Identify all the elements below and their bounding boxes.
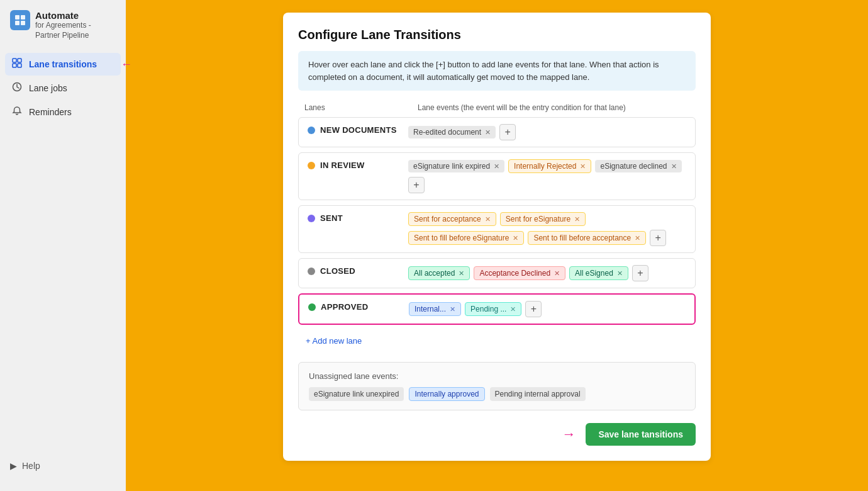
- footer-arrow-icon: →: [562, 426, 576, 443]
- tag-remove-all-accepted[interactable]: ✕: [459, 269, 464, 278]
- tag-remove-internally-rejected[interactable]: ✕: [580, 162, 586, 171]
- lanes-header: Lanes Lane events (the event will be the…: [298, 103, 696, 112]
- tag-remove-sent-fill-accept[interactable]: ✕: [635, 234, 640, 242]
- add-event-in-review-btn[interactable]: +: [408, 177, 425, 193]
- sidebar-item-lane-jobs-label: Lane jobs: [29, 83, 67, 93]
- tag-remove-acceptance-declined[interactable]: ✕: [554, 269, 560, 278]
- tag-esig-link-unexpired[interactable]: eSignature link unexpired: [309, 387, 404, 401]
- lanes-header-right: Lane events (the event will be the entry…: [418, 103, 689, 112]
- sidebar-item-reminders[interactable]: Reminders: [5, 101, 121, 123]
- svg-rect-5: [18, 59, 21, 62]
- footer-row: → Save lane tansitions: [298, 423, 696, 446]
- add-event-sent-btn[interactable]: +: [650, 230, 666, 246]
- tag-internally-approved[interactable]: Internally approved: [409, 387, 484, 401]
- lane-row-approved: APPROVED Internal... ✕ Pending ... ✕ +: [298, 293, 696, 325]
- sidebar-item-lane-transitions-label: Lane transitions: [29, 59, 97, 69]
- sidebar-item-lane-transitions[interactable]: Lane transitions ←: [5, 53, 121, 76]
- svg-rect-6: [13, 64, 16, 67]
- svg-rect-7: [18, 64, 21, 67]
- unassigned-section: Unassigned lane events: eSignature link …: [298, 362, 696, 410]
- svg-rect-1: [21, 15, 25, 20]
- app-name: Automate: [35, 10, 116, 21]
- lane-left-in-review: IN REVIEW: [308, 159, 408, 170]
- lane-row-in-review: IN REVIEW eSignature link expired ✕ Inte…: [298, 152, 696, 200]
- tag-acceptance-declined[interactable]: Acceptance Declined ✕: [474, 266, 565, 280]
- tag-all-accepted[interactable]: All accepted ✕: [408, 266, 470, 280]
- lane-events-closed: All accepted ✕ Acceptance Declined ✕ All…: [408, 265, 686, 281]
- tag-all-esigned[interactable]: All eSigned ✕: [569, 266, 628, 280]
- lane-events-approved: Internal... ✕ Pending ... ✕ +: [409, 301, 686, 317]
- tag-sent-fill-before-esig[interactable]: Sent to fill before eSignature ✕: [408, 231, 524, 245]
- lane-left-approved: APPROVED: [308, 301, 409, 312]
- add-event-approved-btn[interactable]: +: [525, 301, 542, 317]
- sidebar-nav: Lane transitions ← Lane jobs Reminders: [0, 53, 126, 123]
- lane-row-new-documents: NEW DOCUMENTS Re-edited document ✕ +: [298, 117, 696, 147]
- page-title: Configure Lane Transitions: [298, 28, 696, 42]
- tag-re-edited-document[interactable]: Re-edited document ✕: [408, 126, 496, 138]
- lane-left-new-documents: NEW DOCUMENTS: [308, 124, 408, 135]
- main-wrapper: Configure Lane Transitions Hover over ea…: [126, 0, 868, 491]
- app-subtitle: for Agreements - Partner Pipeline: [35, 21, 116, 40]
- sidebar-item-reminders-label: Reminders: [29, 107, 72, 117]
- save-lane-transitions-btn[interactable]: Save lane tansitions: [586, 423, 696, 446]
- lane-dot-sent: [308, 215, 315, 222]
- lane-row-closed: CLOSED All accepted ✕ Acceptance Decline…: [298, 258, 696, 288]
- lane-name-new-documents: NEW DOCUMENTS: [320, 125, 397, 135]
- svg-rect-3: [21, 21, 25, 25]
- tag-remove-sent-fill-esig[interactable]: ✕: [513, 234, 518, 242]
- tag-remove-internal[interactable]: ✕: [450, 305, 455, 313]
- tag-remove-esig-declined[interactable]: ✕: [671, 162, 677, 171]
- unassigned-tags: eSignature link unexpired Internally app…: [309, 387, 685, 401]
- tag-sent-for-esignature[interactable]: Sent for eSignature ✕: [500, 212, 586, 226]
- lane-transitions-icon: [11, 58, 23, 71]
- unassigned-title: Unassigned lane events:: [309, 371, 685, 381]
- info-box: Hover over each lane and click the [+] b…: [298, 51, 696, 91]
- sidebar: Automate for Agreements - Partner Pipeli…: [0, 0, 126, 491]
- tag-internal-approved[interactable]: Internal... ✕: [409, 302, 461, 316]
- lane-left-closed: CLOSED: [308, 265, 408, 276]
- sidebar-header: Automate for Agreements - Partner Pipeli…: [0, 10, 126, 53]
- tag-remove-pending[interactable]: ✕: [510, 305, 516, 313]
- tag-remove-re-edited[interactable]: ✕: [485, 128, 491, 137]
- tag-remove-sent-acceptance[interactable]: ✕: [485, 215, 491, 223]
- svg-rect-4: [13, 59, 16, 62]
- svg-rect-0: [15, 15, 19, 20]
- add-new-lane-label: + Add new lane: [306, 336, 362, 346]
- help-link[interactable]: ▶ Help: [10, 461, 116, 471]
- tag-remove-sent-esig[interactable]: ✕: [574, 215, 580, 223]
- lane-dot-approved: [308, 303, 316, 311]
- sidebar-item-lane-jobs[interactable]: Lane jobs: [5, 77, 121, 99]
- lane-events-in-review: eSignature link expired ✕ Internally Rej…: [408, 159, 686, 193]
- help-icon: ▶: [10, 461, 17, 471]
- lane-name-in-review: IN REVIEW: [320, 161, 365, 170]
- reminders-icon: [11, 106, 23, 118]
- add-event-new-documents-btn[interactable]: +: [499, 124, 516, 140]
- lane-left-sent: SENT: [308, 212, 408, 223]
- lane-dot-in-review: [308, 162, 315, 169]
- lane-dot-closed: [308, 268, 315, 275]
- main-content: Configure Lane Transitions Hover over ea…: [283, 13, 711, 461]
- app-title-block: Automate for Agreements - Partner Pipeli…: [35, 10, 116, 40]
- sidebar-arrow-icon: ←: [121, 58, 132, 71]
- tag-sent-fill-before-acceptance[interactable]: Sent to fill before acceptance ✕: [528, 231, 646, 245]
- tag-pending-approval[interactable]: Pending ... ✕: [465, 302, 521, 316]
- lane-row-sent: SENT Sent for acceptance ✕ Sent for eSig…: [298, 205, 696, 253]
- tag-esignature-declined[interactable]: eSignature declined ✕: [595, 160, 681, 172]
- tag-remove-esig-expired[interactable]: ✕: [494, 162, 499, 171]
- add-event-closed-btn[interactable]: +: [632, 265, 648, 281]
- lane-name-closed: CLOSED: [320, 266, 355, 276]
- tag-pending-internal-approval[interactable]: Pending internal approval: [490, 387, 586, 401]
- sidebar-footer: ▶ Help: [0, 461, 126, 481]
- lane-dot-new-documents: [308, 127, 315, 134]
- lane-jobs-icon: [11, 82, 23, 94]
- tag-remove-all-esigned[interactable]: ✕: [617, 269, 623, 278]
- lane-name-approved: APPROVED: [321, 302, 368, 312]
- app-logo-icon: [10, 10, 30, 30]
- tag-sent-for-acceptance[interactable]: Sent for acceptance ✕: [408, 212, 496, 226]
- add-new-lane-btn[interactable]: + Add new lane: [298, 332, 369, 349]
- tag-internally-rejected[interactable]: Internally Rejected ✕: [508, 159, 591, 173]
- tag-esignature-link-expired[interactable]: eSignature link expired ✕: [408, 160, 504, 172]
- lane-events-sent: Sent for acceptance ✕ Sent for eSignatur…: [408, 212, 686, 246]
- lanes-header-left: Lanes: [304, 103, 418, 112]
- lane-events-new-documents: Re-edited document ✕ +: [408, 124, 686, 140]
